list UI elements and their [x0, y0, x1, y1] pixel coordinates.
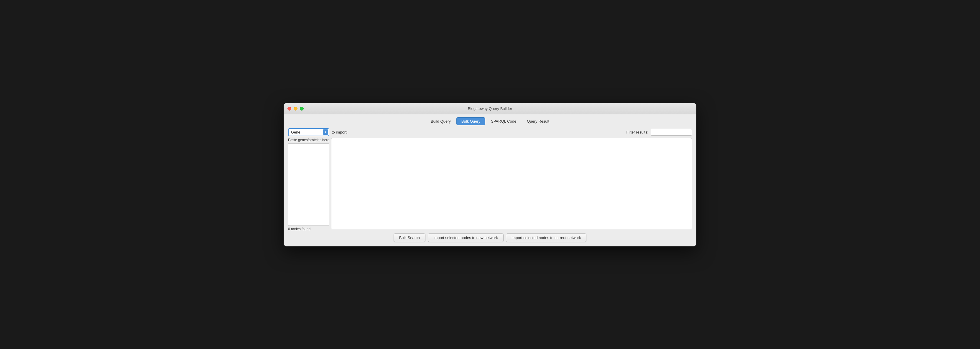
nodes-found-label: 0 nodes found.: [288, 227, 329, 231]
window-title: Biogateway Query Builder: [468, 106, 512, 111]
left-panel: Paste genes/proteins here: 0 nodes found…: [288, 138, 329, 231]
bulk-search-button[interactable]: Bulk Search: [394, 233, 425, 242]
action-buttons: Bulk Search Import selected nodes to new…: [288, 233, 692, 242]
toolbar: Gene Protein Disease Pathway to import: …: [288, 128, 692, 136]
tab-bar: Build Query Bulk Query SPARQL Code Query…: [288, 117, 692, 125]
filter-results-label: Filter results:: [627, 130, 648, 135]
main-area: Paste genes/proteins here: 0 nodes found…: [288, 138, 692, 231]
window-content: Build Query Bulk Query SPARQL Code Query…: [284, 114, 696, 246]
gene-select-wrapper: Gene Protein Disease Pathway: [288, 128, 329, 136]
tab-bulk-query[interactable]: Bulk Query: [457, 117, 485, 125]
close-button[interactable]: [288, 107, 291, 111]
gene-select[interactable]: Gene Protein Disease Pathway: [288, 128, 329, 136]
results-area: [331, 138, 692, 229]
titlebar: Biogateway Query Builder: [284, 103, 696, 114]
maximize-button[interactable]: [300, 107, 304, 111]
traffic-lights: [288, 107, 304, 111]
paste-label: Paste genes/proteins here:: [288, 138, 329, 142]
to-import-label: to import:: [332, 130, 348, 135]
tab-query-result[interactable]: Query Result: [522, 117, 554, 125]
import-current-network-button[interactable]: Import selected nodes to current network: [506, 233, 587, 242]
application-window: Biogateway Query Builder Build Query Bul…: [284, 103, 696, 246]
right-panel: [331, 138, 692, 231]
filter-input[interactable]: [651, 129, 692, 136]
import-new-network-button[interactable]: Import selected nodes to new network: [428, 233, 504, 242]
minimize-button[interactable]: [294, 107, 298, 111]
paste-textarea[interactable]: [288, 143, 329, 226]
tab-build-query[interactable]: Build Query: [426, 117, 456, 125]
tab-sparql-code[interactable]: SPARQL Code: [486, 117, 521, 125]
